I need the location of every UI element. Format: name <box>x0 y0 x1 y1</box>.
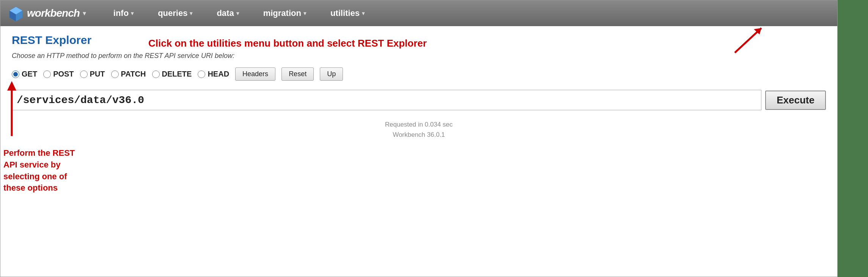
nav-queries-label: queries <box>158 8 187 18</box>
radio-post[interactable] <box>43 70 51 78</box>
nav-data-label: data <box>217 8 234 18</box>
nav-utilities-label: utilities <box>330 8 360 18</box>
label-delete: DELETE <box>162 70 192 78</box>
method-delete[interactable]: DELETE <box>152 70 192 78</box>
label-put: PUT <box>90 70 105 78</box>
nav-info-chevron: ▾ <box>131 10 134 16</box>
status-line1: Requested in 0.034 sec <box>12 119 826 130</box>
method-get[interactable]: GET <box>12 70 37 78</box>
method-row: GET POST PUT PATCH DELETE <box>12 67 826 81</box>
method-head[interactable]: HEAD <box>198 70 229 78</box>
nav-item-info[interactable]: info ▾ <box>109 5 138 21</box>
reset-button[interactable]: Reset <box>281 67 314 81</box>
page-subtitle: Choose an HTTP method to perform on the … <box>12 52 826 60</box>
label-get: GET <box>22 70 37 78</box>
status-line2: Workbench 36.0.1 <box>12 130 826 140</box>
label-post: POST <box>53 70 74 78</box>
nav-item-utilities[interactable]: utilities ▾ <box>326 5 369 21</box>
status-area: Requested in 0.034 sec Workbench 36.0.1 <box>12 119 826 140</box>
brand-dropdown-icon[interactable]: ▾ <box>83 9 86 17</box>
nav-migration-chevron: ▾ <box>303 10 306 16</box>
label-patch: PATCH <box>121 70 146 78</box>
url-input[interactable] <box>12 90 761 110</box>
main-container: workbench ▾ info ▾ queries ▾ data ▾ migr… <box>0 0 868 277</box>
nav-item-queries[interactable]: queries ▾ <box>153 5 197 21</box>
radio-patch[interactable] <box>111 70 119 78</box>
method-patch[interactable]: PATCH <box>111 70 146 78</box>
radio-put[interactable] <box>80 70 88 78</box>
url-row: Execute <box>12 90 826 110</box>
app-window: workbench ▾ info ▾ queries ▾ data ▾ migr… <box>0 0 838 277</box>
content-area: REST Explorer Choose an HTTP method to p… <box>0 26 837 147</box>
up-button[interactable]: Up <box>320 67 343 81</box>
label-head: HEAD <box>208 70 229 78</box>
nav-migration-label: migration <box>263 8 301 18</box>
execute-button[interactable]: Execute <box>765 91 826 110</box>
nav-utilities-chevron: ▾ <box>362 10 365 16</box>
radio-head[interactable] <box>198 70 205 78</box>
nav-item-data[interactable]: data ▾ <box>212 5 243 21</box>
svg-marker-7 <box>7 81 16 91</box>
brand-area: workbench ▾ <box>8 5 86 21</box>
nav-data-chevron: ▾ <box>236 10 239 16</box>
method-put[interactable]: PUT <box>80 70 105 78</box>
brand-text: workbench <box>27 7 80 19</box>
radio-delete[interactable] <box>152 70 160 78</box>
radio-get[interactable] <box>12 70 19 78</box>
annotation-left-arrow <box>4 79 19 141</box>
navbar: workbench ▾ info ▾ queries ▾ data ▾ migr… <box>0 0 837 26</box>
nav-info-label: info <box>113 8 129 18</box>
nav-item-migration[interactable]: migration ▾ <box>259 5 311 21</box>
workbench-logo-icon <box>8 5 24 21</box>
annotation-top-text: Click on the utilities menu button and s… <box>148 38 427 49</box>
annotation-bottom-text: Perform the REST API service by selectin… <box>3 147 79 194</box>
method-post[interactable]: POST <box>43 70 74 78</box>
annotation-top-arrow <box>723 22 769 58</box>
nav-queries-chevron: ▾ <box>190 10 192 16</box>
headers-button[interactable]: Headers <box>235 67 275 81</box>
